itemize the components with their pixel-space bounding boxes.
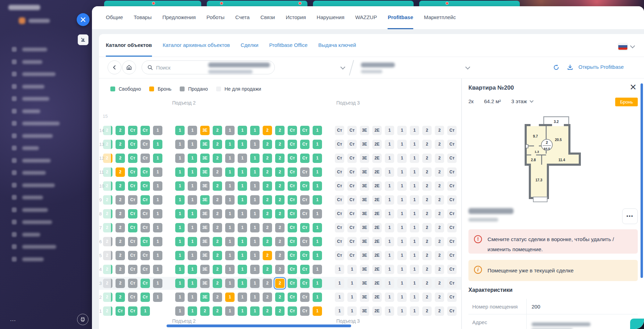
subtab-1[interactable]: Каталог архивных объектов: [163, 34, 230, 57]
apartment-cell[interactable]: 2: [103, 306, 112, 316]
apartment-cell[interactable]: Ст: [300, 195, 310, 205]
subtab-3[interactable]: Profitbase Office: [269, 34, 308, 57]
apartment-cell[interactable]: Ст: [141, 209, 150, 219]
apartment-cell[interactable]: 2: [213, 306, 222, 316]
apartment-cell[interactable]: Ст: [288, 181, 297, 191]
apartment-cell[interactable]: 1: [250, 154, 260, 163]
apartment-cell[interactable]: 3Е: [360, 237, 369, 246]
apartment-cell[interactable]: 1: [250, 279, 260, 288]
apartment-cell[interactable]: Ст: [141, 126, 150, 135]
apartment-cell[interactable]: 2Е: [372, 195, 382, 205]
apartment-cell[interactable]: 2: [422, 237, 432, 246]
apartment-cell[interactable]: 2: [263, 209, 272, 219]
apartment-cell[interactable]: 1: [153, 251, 162, 260]
apartment-cell[interactable]: Ст: [288, 306, 297, 316]
collapse-panel-button[interactable]: [78, 34, 88, 45]
apartment-cell[interactable]: 1: [335, 306, 344, 316]
apartment-cell[interactable]: 2: [213, 126, 222, 135]
apartment-cell[interactable]: 2: [213, 293, 222, 302]
apartment-cell[interactable]: 1: [175, 126, 185, 135]
apartment-cell[interactable]: 1: [410, 209, 419, 219]
apartment-cell[interactable]: Ст: [300, 181, 310, 191]
apartment-cell[interactable]: 2: [275, 167, 285, 177]
open-profitbase-link[interactable]: Открыть Profitbase: [578, 64, 624, 70]
apartment-cell[interactable]: Ст: [300, 251, 310, 260]
apartment-cell[interactable]: 2: [435, 251, 444, 260]
apartment-cell[interactable]: Ст: [288, 126, 297, 135]
apartment-cell[interactable]: 2: [103, 154, 112, 163]
apartment-cell[interactable]: 2: [422, 306, 432, 316]
subtab-0[interactable]: Каталог объектов: [106, 34, 152, 57]
apartment-cell[interactable]: Ст: [335, 154, 344, 163]
apartment-cell[interactable]: Ст: [335, 126, 344, 135]
apartment-cell[interactable]: Ст: [288, 237, 297, 246]
apartment-cell[interactable]: Ст: [335, 195, 344, 205]
apartment-cell[interactable]: 2: [263, 181, 272, 191]
apartment-cell[interactable]: 1: [313, 306, 322, 316]
apartment-cell[interactable]: 1: [250, 237, 260, 246]
apartment-cell[interactable]: 1: [225, 306, 235, 316]
apartment-cell[interactable]: 3Е: [200, 154, 210, 163]
apartment-cell[interactable]: Ст: [128, 251, 137, 260]
apartment-cell[interactable]: Ст: [141, 195, 150, 205]
apartment-cell[interactable]: 2: [435, 223, 444, 232]
apartment-cell[interactable]: 1: [410, 126, 419, 135]
apartment-cell[interactable]: 1: [250, 293, 260, 302]
apartment-cell[interactable]: Ст: [128, 140, 137, 149]
apartment-cell[interactable]: 2: [116, 126, 125, 135]
apartment-cell[interactable]: Ст: [288, 195, 297, 205]
apartment-cell[interactable]: 2: [116, 140, 125, 149]
apartment-cell[interactable]: 2: [103, 293, 112, 302]
apartment-cell[interactable]: Ст: [447, 140, 457, 149]
apartment-cell[interactable]: 2: [263, 223, 272, 232]
apartment-cell[interactable]: 2: [213, 237, 222, 246]
apartment-cell[interactable]: 1: [153, 167, 162, 177]
apartment-cell[interactable]: 1: [188, 306, 197, 316]
apartment-cell[interactable]: 1: [313, 154, 322, 163]
apartment-cell[interactable]: 2: [275, 126, 285, 135]
apartment-cell[interactable]: 2: [275, 237, 285, 246]
apartment-cell[interactable]: 2: [116, 251, 125, 260]
apartment-cell[interactable]: 1: [313, 167, 322, 177]
apartment-cell[interactable]: Ст: [128, 181, 137, 191]
apartment-cell[interactable]: 1: [238, 126, 247, 135]
apartment-cell[interactable]: 2: [103, 265, 112, 274]
tab-роботы[interactable]: Роботы: [206, 6, 224, 29]
print-button[interactable]: [77, 314, 88, 325]
apartment-cell[interactable]: 2: [275, 195, 285, 205]
tab-счета[interactable]: Счета: [235, 6, 249, 29]
apartment-cell[interactable]: Ст: [300, 140, 310, 149]
apartment-cell[interactable]: 2: [263, 279, 272, 288]
apartment-cell[interactable]: Ст: [300, 209, 310, 219]
apartment-cell[interactable]: 3Е: [360, 140, 369, 149]
apartment-cell[interactable]: Ст: [128, 195, 137, 205]
apartment-cell[interactable]: 1: [335, 279, 344, 288]
vertical-scrollbar-thumb[interactable]: [641, 83, 643, 278]
apartment-cell[interactable]: 1: [188, 265, 197, 274]
apartment-cell[interactable]: 2: [422, 209, 432, 219]
apartment-cell[interactable]: 1: [250, 195, 260, 205]
close-slider-button[interactable]: [77, 13, 90, 26]
apartment-cell[interactable]: 2: [213, 140, 222, 149]
apartment-cell[interactable]: 2: [275, 251, 285, 260]
panel-close-button[interactable]: ×: [630, 81, 636, 92]
apartment-cell[interactable]: 1: [225, 167, 235, 177]
apartment-cell[interactable]: 2: [422, 140, 432, 149]
apartment-cell[interactable]: 2Е: [372, 251, 382, 260]
apartment-cell[interactable]: 1: [175, 195, 185, 205]
apartment-cell[interactable]: 1: [397, 251, 407, 260]
apartment-cell[interactable]: 1: [238, 181, 247, 191]
apartment-cell[interactable]: 1: [250, 167, 260, 177]
apartment-cell[interactable]: 1: [238, 306, 247, 316]
tab-товары[interactable]: Товары: [134, 6, 152, 29]
apartment-cell[interactable]: 1: [385, 126, 394, 135]
download-button[interactable]: [563, 60, 577, 74]
apartment-cell[interactable]: Ст: [288, 167, 297, 177]
apartment-cell[interactable]: Ст: [128, 293, 137, 302]
apartment-cell[interactable]: 3Е: [200, 195, 210, 205]
apartment-cell[interactable]: 2: [422, 126, 432, 135]
apartment-cell[interactable]: 1: [188, 251, 197, 260]
apartment-cell[interactable]: 1: [397, 154, 407, 163]
apartment-cell[interactable]: Ст: [300, 126, 310, 135]
apartment-cell[interactable]: 1: [250, 140, 260, 149]
